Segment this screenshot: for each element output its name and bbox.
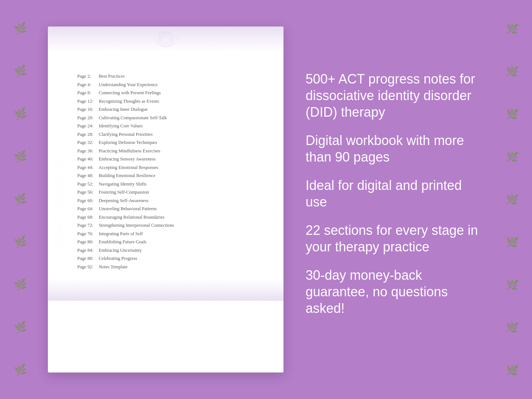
toc-item: Page 44: Accepting Emotional Responses: [77, 163, 254, 172]
toc-item: Page 68: Encouraging Relational Boundari…: [77, 213, 254, 222]
toc-item: Page 76: Integrating Parts of Self: [77, 230, 254, 238]
toc-item: Page 56: Fostering Self-Compassion: [77, 188, 254, 197]
floral-sprig: 🌿: [13, 65, 27, 78]
toc-topic: Integrating Parts of Self: [98, 231, 143, 236]
features-list: 500+ ACT progress notes for dissociative…: [306, 71, 484, 317]
toc-item: Page 16: Embracing Inner Dialogue: [77, 106, 254, 114]
feature-text-item: 500+ ACT progress notes for dissociative…: [306, 71, 484, 120]
toc-item: Page 8: Connecting with Present Feelings: [77, 89, 254, 98]
toc-page-number: Page 64:: [77, 206, 98, 212]
toc-item: Page 2: Best Practices: [77, 73, 254, 81]
toc-item: Page 64: Unraveling Behavioral Patterns: [77, 205, 254, 213]
toc-page-number: Page 20:: [77, 115, 98, 121]
toc-item: Page 20: Cultivating Compassionate Self-…: [77, 114, 254, 122]
toc-topic: Strengthening Interpersonal Connections: [98, 223, 174, 228]
feature-text-item: 22 sections for every stage in your ther…: [306, 222, 484, 255]
toc-item: Page 4: Understanding Your Experience: [77, 81, 254, 89]
floral-sprig: 🌿: [13, 108, 27, 120]
toc-page-number: Page 8:: [77, 90, 98, 96]
toc-page-number: Page 24:: [77, 123, 98, 130]
toc-item: Page 12: Recognizing Thoughts as Events: [77, 97, 254, 106]
toc-item: Page 92: Notes Template: [77, 263, 254, 271]
toc-page-number: Page 72:: [77, 222, 98, 229]
toc-page-number: Page 4:: [77, 82, 98, 88]
floral-sprig: 🌿: [504, 108, 519, 120]
table-of-contents: Page 2: Best PracticesPage 4: Understand…: [77, 73, 254, 271]
toc-topic: Encouraging Relational Boundaries: [98, 215, 165, 220]
floral-border-right: 🌿 🌿 🌿 🌿 🌿 🌿 🌿 🌿 🌿: [492, 0, 532, 399]
toc-page-number: Page 28:: [77, 131, 98, 138]
feature-text-item: Ideal for digital and printed use: [306, 177, 484, 210]
toc-page-number: Page 68:: [77, 214, 98, 221]
toc-item: Page 80: Establishing Future Goals: [77, 238, 254, 247]
toc-topic: Embracing Inner Dialogue: [98, 107, 148, 112]
feature-text-item: 30-day money-back guarantee, no question…: [306, 267, 484, 317]
doc-bottom-decoration: [48, 279, 283, 301]
toc-topic: Connecting with Present Feelings: [98, 90, 161, 95]
floral-sprig: 🌿: [504, 22, 519, 35]
toc-topic: Recognizing Thoughts as Events: [98, 99, 159, 104]
toc-page-number: Page 32:: [77, 140, 98, 146]
toc-item: Page 24: Identifying Core Values: [77, 122, 254, 131]
toc-page-number: Page 88:: [77, 255, 98, 262]
toc-item: Page 28: Clarifying Personal Priorities: [77, 130, 254, 139]
toc-page-number: Page 60:: [77, 198, 98, 204]
toc-topic: Establishing Future Goals: [98, 239, 147, 244]
toc-page-number: Page 16:: [77, 106, 98, 113]
floral-sprig: 🌿: [504, 364, 519, 377]
toc-page-number: Page 12:: [77, 98, 98, 105]
toc-topic: Navigating Identity Shifts: [98, 181, 147, 187]
toc-item: Page 72: Strengthening Interpersonal Con…: [77, 222, 254, 230]
doc-side-decoration-left: [48, 56, 70, 347]
toc-page-number: Page 56:: [77, 189, 98, 196]
toc-topic: Fostering Self-Compassion: [98, 190, 149, 195]
toc-page-number: Page 84:: [77, 247, 98, 254]
toc-topic: Identifying Core Values: [98, 123, 142, 128]
toc-page-number: Page 44:: [77, 165, 98, 171]
floral-sprig: 🌿: [504, 321, 519, 334]
toc-topic: Notes Template: [98, 264, 128, 269]
main-container: Page 2: Best PracticesPage 4: Understand…: [0, 0, 532, 399]
toc-item: Page 40: Embracing Sensory Awareness: [77, 155, 254, 164]
toc-item: Page 84: Embracing Uncertainty: [77, 246, 254, 255]
floral-sprig: 🌿: [13, 151, 27, 163]
toc-topic: Best Practices: [98, 74, 125, 79]
doc-content: Page 2: Best PracticesPage 4: Understand…: [48, 52, 283, 279]
document-card: Page 2: Best PracticesPage 4: Understand…: [48, 27, 283, 372]
toc-page-number: Page 36:: [77, 148, 98, 155]
toc-topic: Clarifying Personal Priorities: [98, 132, 153, 137]
toc-item: Page 32: Exploring Defusion Techniques: [77, 139, 254, 147]
toc-page-number: Page 80:: [77, 239, 98, 246]
floral-sprig: 🌿: [504, 279, 519, 291]
toc-topic: Practicing Mindfulness Exercises: [98, 148, 160, 153]
toc-item: Page 88: Celebrating Progress: [77, 255, 254, 263]
toc-item: Page 60: Deepening Self-Awareness: [77, 197, 254, 205]
feature-text-item: Digital workbook with more than 90 pages: [306, 132, 484, 165]
toc-topic: Building Emotional Resilience: [98, 173, 155, 178]
toc-topic: Embracing Uncertainty: [98, 248, 142, 253]
floral-sprig: 🌿: [13, 22, 27, 35]
toc-topic: Celebrating Progress: [98, 256, 137, 261]
toc-topic: Exploring Defusion Techniques: [98, 140, 157, 145]
floral-sprig: 🌿: [504, 151, 519, 163]
floral-border-left: 🌿 🌿 🌿 🌿 🌿 🌿 🌿 🌿 🌿: [0, 0, 40, 399]
toc-page-number: Page 48:: [77, 173, 98, 179]
toc-item: Page 48: Building Emotional Resilience: [77, 172, 254, 180]
toc-topic: Understanding Your Experience: [98, 82, 158, 87]
doc-side-decoration-right: [261, 56, 283, 347]
right-text-panel: 500+ ACT progress notes for dissociative…: [306, 71, 484, 328]
floral-sprig: 🌿: [13, 321, 27, 334]
floral-sprig: 🌿: [13, 193, 27, 206]
toc-topic: Deepening Self-Awareness: [98, 198, 148, 203]
toc-item: Page 36: Practicing Mindfulness Exercise…: [77, 147, 254, 155]
toc-topic: Unraveling Behavioral Patterns: [98, 206, 157, 211]
floral-sprig: 🌿: [504, 236, 519, 248]
doc-top-decoration: [48, 27, 283, 52]
toc-page-number: Page 52:: [77, 181, 98, 188]
floral-sprig: 🌿: [504, 193, 519, 206]
toc-page-number: Page 92:: [77, 264, 98, 271]
document-title: [77, 56, 254, 64]
toc-item: Page 52: Navigating Identity Shifts: [77, 180, 254, 188]
toc-page-number: Page 40:: [77, 156, 98, 163]
toc-topic: Cultivating Compassionate Self-Talk: [98, 115, 167, 120]
